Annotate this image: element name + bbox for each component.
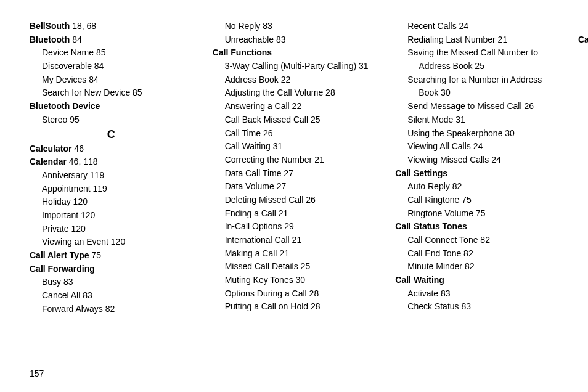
index-subentry[interactable]: Putting a Call on Hold 28 bbox=[213, 300, 376, 314]
index-subentry[interactable]: Important 120 bbox=[30, 209, 193, 223]
index-pages: 27 bbox=[281, 168, 293, 178]
index-subentry[interactable]: Correcting the Number 21 bbox=[213, 153, 376, 167]
index-entry[interactable]: Bluetooth 84 bbox=[30, 33, 193, 47]
index-pages: 82 bbox=[462, 261, 474, 271]
index-subentry[interactable]: Call Ringtone 75 bbox=[395, 194, 558, 207]
index-subentry[interactable]: Using the Speakerphone 30 bbox=[395, 127, 558, 141]
index-subentry[interactable]: Silent Mode 31 bbox=[395, 113, 558, 127]
index-entry[interactable]: Call Status Tones bbox=[395, 220, 558, 234]
index-entry[interactable]: Calculator 46 bbox=[30, 142, 193, 156]
index-entry[interactable]: Call Functions bbox=[213, 46, 376, 60]
index-subentry[interactable]: Shooting Video 111 bbox=[578, 73, 588, 87]
index-subentry[interactable]: Busy 83 bbox=[30, 276, 193, 289]
index-subentry[interactable]: Send Message to Missed Call 26 bbox=[395, 100, 558, 113]
index-subentry[interactable]: International Call 21 bbox=[213, 234, 376, 247]
index-subentry[interactable]: No Reply 83 bbox=[213, 20, 376, 33]
index-subentry[interactable]: Searching for a Number in Address Book 3… bbox=[395, 73, 558, 100]
index-subentry[interactable]: Recent Calls 24 bbox=[395, 20, 558, 33]
index-pages: 82 bbox=[450, 181, 462, 191]
index-term: Check Status bbox=[407, 301, 459, 311]
index-subentry[interactable]: Saving the Missed Call Number to Address… bbox=[395, 46, 558, 73]
index-subentry[interactable]: Viewing an Event 120 bbox=[30, 235, 193, 249]
index-subentry[interactable]: Auto Reply 82 bbox=[395, 180, 558, 194]
index-subentry[interactable]: Viewing Missed Calls 24 bbox=[395, 153, 558, 167]
index-subentry[interactable]: Activate 83 bbox=[395, 287, 558, 301]
index-subentry[interactable]: Muting Key Tones 30 bbox=[213, 274, 376, 287]
index-subentry[interactable]: Accessing the Video Folder 114 bbox=[578, 46, 588, 60]
index-subentry[interactable]: Redialing Last Number 21 bbox=[395, 33, 558, 47]
index-pages: 83 bbox=[260, 21, 272, 31]
index-term: Call End Tone bbox=[407, 248, 461, 258]
index-subentry[interactable]: Making a Call 21 bbox=[213, 247, 376, 261]
index-subentry[interactable]: Deactivate 83 bbox=[578, 20, 588, 33]
index-entry[interactable]: Camcorder 111 bbox=[578, 33, 588, 47]
index-term: My Devices bbox=[42, 75, 86, 84]
index-pages: 26 bbox=[261, 128, 272, 138]
index-term: Options During a Call bbox=[225, 288, 307, 298]
index-entry[interactable]: Call Alert Type 75 bbox=[30, 249, 193, 263]
index-entry[interactable]: Call Forwarding bbox=[30, 263, 193, 276]
index-subentry[interactable]: Check Status 83 bbox=[395, 300, 558, 314]
index-subentry[interactable]: Answering a Call 22 bbox=[213, 100, 376, 113]
index-term: Camcorder bbox=[578, 35, 588, 44]
index-term: Muting Key Tones bbox=[225, 275, 293, 285]
index-subentry[interactable]: Adjusting the Call Volume 28 bbox=[213, 86, 376, 100]
index-pages: 84 bbox=[70, 35, 81, 44]
index-term: Appointment bbox=[42, 184, 91, 194]
index-entry[interactable]: Bluetooth Device bbox=[30, 100, 193, 113]
index-entry[interactable]: Calendar 46, 118 bbox=[30, 155, 193, 169]
index-subentry[interactable]: Address Book 22 bbox=[213, 73, 376, 87]
index-term: Viewing an Event bbox=[42, 237, 108, 247]
index-entry[interactable]: Call Settings bbox=[395, 167, 558, 181]
index-pages: 21 bbox=[496, 35, 507, 44]
index-subentry[interactable]: My Devices 84 bbox=[30, 73, 193, 87]
index-pages: 22 bbox=[290, 101, 301, 111]
index-subentry[interactable]: Unreachable 83 bbox=[213, 33, 376, 47]
index-entry[interactable]: BellSouth 18, 68 bbox=[30, 20, 193, 33]
index-subentry[interactable]: Ringtone Volume 75 bbox=[395, 207, 558, 221]
index-subentry[interactable]: Search for New Device 85 bbox=[30, 86, 193, 100]
index-term: BellSouth bbox=[30, 21, 70, 31]
index-subentry[interactable]: Data Volume 27 bbox=[213, 180, 376, 194]
index-subentry[interactable]: Camcorder Options 112 bbox=[578, 60, 588, 73]
index-subentry[interactable]: Device Name 85 bbox=[30, 46, 193, 60]
index-subentry[interactable]: Appointment 119 bbox=[30, 182, 193, 196]
index-subentry[interactable]: Holiday 120 bbox=[30, 195, 193, 209]
index-subentry[interactable]: Ending a Call 21 bbox=[213, 207, 376, 221]
index-subentry[interactable]: Call Back Missed Call 25 bbox=[213, 113, 376, 127]
index-pages: 75 bbox=[89, 250, 100, 260]
index-subentry[interactable]: Call End Tone 82 bbox=[395, 247, 558, 261]
index-subentry[interactable]: Call Connect Tone 82 bbox=[395, 234, 558, 247]
index-subentry[interactable]: Call Time 26 bbox=[213, 127, 376, 141]
index-subentry[interactable]: Call Waiting 31 bbox=[213, 140, 376, 153]
index-entry[interactable]: Call Waiting bbox=[395, 274, 558, 287]
index-subentry[interactable]: Minute Minder 82 bbox=[395, 260, 558, 274]
index-term: Ending a Call bbox=[225, 208, 276, 218]
index-subentry[interactable]: Missed Call Details 25 bbox=[213, 260, 376, 274]
index-term: Minute Minder bbox=[407, 261, 462, 271]
index-subentry[interactable]: Forward Always 82 bbox=[30, 303, 193, 316]
index-term: Making a Call bbox=[225, 248, 277, 258]
index-subentry[interactable]: Data Call Time 27 bbox=[213, 167, 376, 181]
index-subentry[interactable]: 3-Way Calling (Multi-Party Calling) 31 bbox=[213, 60, 376, 73]
index-pages: 25 bbox=[308, 115, 320, 125]
index-subentry[interactable]: Viewing All Calls 24 bbox=[395, 140, 558, 153]
index-term: Activate bbox=[407, 288, 438, 298]
index-term: Call Settings bbox=[395, 168, 447, 178]
index-pages: 21 bbox=[276, 208, 288, 218]
index-subentry[interactable]: Stereo 95 bbox=[30, 113, 193, 127]
index-pages: 120 bbox=[78, 210, 95, 220]
index-pages: 84 bbox=[86, 75, 98, 84]
index-subentry[interactable]: Private 120 bbox=[30, 223, 193, 236]
index-term: Search for New Device bbox=[42, 88, 130, 97]
index-subentry[interactable]: Discoverable 84 bbox=[30, 60, 193, 73]
index-term: Correcting the Number bbox=[225, 155, 312, 165]
index-pages: 85 bbox=[94, 47, 105, 57]
index-subentry[interactable]: In-Call Options 29 bbox=[213, 220, 376, 234]
index-term: Bluetooth Device bbox=[30, 101, 100, 111]
index-subentry[interactable]: Options During a Call 28 bbox=[213, 287, 376, 301]
index-subentry[interactable]: Cancel All 83 bbox=[30, 289, 193, 303]
index-subentry[interactable]: Deleting Missed Call 26 bbox=[213, 194, 376, 207]
index-pages: 119 bbox=[88, 170, 104, 180]
index-subentry[interactable]: Anniversary 119 bbox=[30, 169, 193, 182]
